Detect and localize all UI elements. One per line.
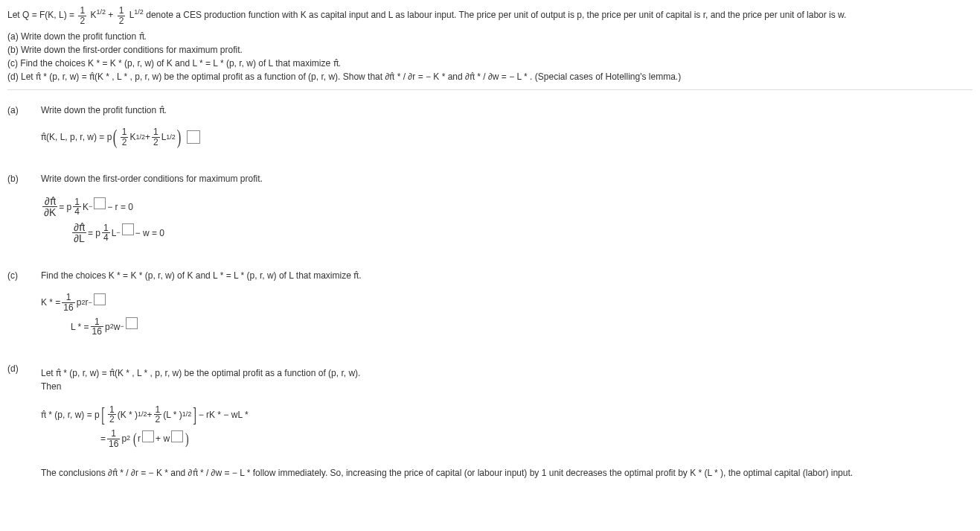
eq2-d: =: [100, 432, 106, 445]
question-tail: denote a CES production function with K …: [146, 10, 846, 20]
answer-box-d-r[interactable]: [142, 430, 154, 442]
exp-wrap-cK: −: [88, 298, 106, 308]
p-cL: p: [105, 320, 110, 334]
frac-d1: 1 2: [108, 405, 116, 425]
t-d2: (L * ): [163, 408, 182, 422]
frac-a2: 1 2: [152, 127, 160, 147]
subq-d: (d) Let π̂ * (p, r, w) = π̂(K * , L * , …: [7, 70, 973, 83]
Lstar-lhs: L * =: [71, 320, 89, 334]
paren-left: (: [113, 130, 118, 144]
label-a: (a): [7, 104, 41, 117]
frac-c-K: 1 16: [62, 293, 74, 312]
frac-d2: 1 2: [154, 405, 162, 425]
term-b-L: L: [112, 226, 117, 240]
fraction-half-2: 1 2: [118, 6, 126, 25]
frac-b-K: 1 4: [73, 197, 81, 217]
subq-b: (b) Write down the first-order condition…: [7, 43, 973, 57]
term-b-K: K: [83, 200, 89, 214]
sub-questions: (a) Write down the profit function π̂. (…: [7, 30, 973, 83]
d-conclusion: The conclusions ∂π̂ * / ∂r = − K * and ∂…: [41, 466, 973, 480]
separator: [7, 89, 973, 90]
term-a-L: L: [161, 130, 167, 144]
label-c: (c): [7, 269, 41, 282]
brack-r: ]: [193, 407, 197, 422]
tail-b-K: − r = 0: [107, 200, 133, 214]
subq-a: (a) Write down the profit function π̂.: [7, 30, 973, 43]
minus-exp-cL: −: [120, 322, 124, 332]
pistar-lhs: π̂ * (p, r, w) = p: [41, 408, 100, 422]
eq-b-L: = p: [88, 226, 100, 240]
p-cK: p: [77, 296, 82, 309]
plus-1: +: [108, 10, 115, 20]
subq-c: (c) Find the choices K * = K * (p, r, w)…: [7, 57, 973, 70]
pi-lhs: π̂(K, L, p, r, w) = p: [41, 130, 112, 144]
prompt-c: Find the choices K * = K * (p, r, w) of …: [41, 269, 973, 282]
d-intro1: Let π̂ * (p, r, w) = π̂(K * , L * , p, r…: [41, 366, 973, 380]
exp-wrap-d-r: [141, 435, 156, 442]
exp-wrap-d-w: [170, 435, 185, 442]
d-intro2: Then: [41, 380, 973, 393]
profit-function-line: π̂(K, L, p, r, w) = p ( 1 2 K1/2 + 1 2 L…: [41, 127, 973, 147]
exp-half-1: 1/2: [96, 8, 106, 16]
foc-K-line: ∂π̂ ∂K = p 1 4 K − − r = 0: [41, 196, 973, 217]
answer-box-b-K[interactable]: [94, 197, 106, 209]
answer-box-c-L[interactable]: [126, 317, 138, 329]
plus-d: +: [147, 408, 153, 422]
answer-a: (a) Write down the profit function π̂. π…: [7, 104, 973, 151]
dpi-dK: ∂π̂ ∂K: [42, 196, 57, 217]
answer-c: (c) Find the choices K * = K * (p, r, w)…: [7, 269, 973, 340]
exp-a-K: 1/2: [135, 133, 145, 143]
question-lead: Let Q = F(K, L) =: [7, 10, 77, 20]
prompt-b: Write down the first-order conditions fo…: [41, 172, 973, 185]
exp-a-L: 1/2: [166, 133, 176, 143]
minus-exp-bK: −: [89, 202, 92, 212]
fraction-half-1: 1 2: [78, 6, 86, 25]
t-d1: (K * ): [118, 408, 138, 422]
eq-b-K: = p: [59, 200, 71, 214]
dpi-dL: ∂π̂ ∂L: [72, 222, 86, 244]
answer-box-b-L[interactable]: [122, 223, 134, 235]
paren-d-r: ): [185, 433, 189, 444]
pistar-line2: = 1 16 p2 ( r + w ): [100, 429, 973, 448]
plus-w-d: + w: [156, 432, 170, 445]
minus-exp-cK: −: [88, 298, 92, 308]
answer-box-a[interactable]: [187, 130, 200, 144]
label-b: (b): [7, 172, 41, 185]
brack-l: [: [101, 407, 105, 422]
answer-box-d-w[interactable]: [171, 430, 183, 442]
question-header: Let Q = F(K, L) = 1 2 K1/2 + 1 2 L1/2 de…: [7, 6, 973, 25]
frac-b-L: 1 4: [102, 223, 110, 243]
Lstar-line: L * = 1 16 p2w −: [71, 317, 973, 337]
answer-d: (d) Let π̂ * (p, r, w) = π̂(K * , L * , …: [7, 362, 973, 480]
frac-c-L: 1 16: [91, 317, 103, 337]
Kstar-line: K * = 1 16 p2r −: [41, 293, 973, 312]
e-d2: 1/2: [182, 410, 192, 420]
pistar-line1: π̂ * (p, r, w) = p [ 1 2 (K * )1/2 + 1 2…: [41, 405, 973, 425]
label-d: (d): [7, 362, 41, 375]
exp-half-2: 1/2: [134, 8, 144, 16]
prompt-a: Write down the profit function π̂.: [41, 104, 973, 117]
w-cL: w: [114, 320, 121, 334]
paren-right: ): [177, 130, 182, 144]
term-a-K: K: [129, 130, 135, 144]
frac-a1: 1 2: [121, 127, 129, 147]
e-d1: 1/2: [138, 410, 147, 420]
paren-d-l: (: [133, 433, 137, 444]
answer-b: (b) Write down the first-order condition…: [7, 172, 973, 248]
plus-a: +: [145, 130, 150, 144]
foc-L-line: ∂π̂ ∂L = p 1 4 L − − w = 0: [71, 222, 973, 244]
minus-exp-bL: −: [116, 228, 120, 238]
tail-b-L: − w = 0: [135, 226, 164, 240]
exp-wrap-bL: −: [116, 228, 135, 238]
p-d: p: [121, 432, 126, 445]
p2-d: 2: [126, 433, 130, 444]
tail-d1: − rK * − wL *: [199, 408, 249, 422]
answer-box-c-K[interactable]: [94, 293, 106, 305]
Kstar-lhs: K * =: [41, 296, 60, 309]
frac-d-s: 1 16: [107, 429, 120, 448]
exp-wrap-bK: −: [89, 202, 107, 212]
exp-wrap-cL: −: [120, 322, 138, 332]
